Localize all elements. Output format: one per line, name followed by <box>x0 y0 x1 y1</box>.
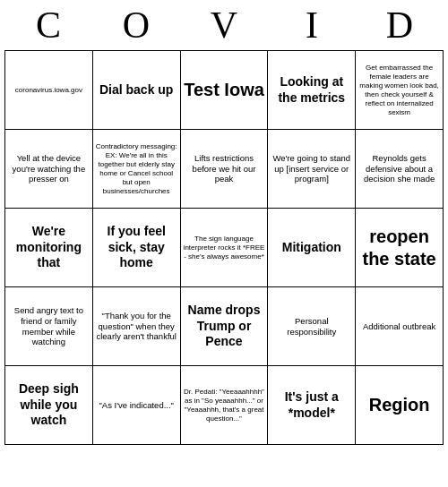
cell-2-3[interactable]: Mitigation <box>268 209 356 287</box>
cell-1-4[interactable]: Reynolds gets defensive about a decision… <box>356 130 444 209</box>
cell-3-1[interactable]: "Thank you for the question" when they c… <box>93 287 181 366</box>
cell-4-1[interactable]: "As I've indicated..." <box>93 366 181 445</box>
bingo-grid: coronavirus.iowa.govDial back upTest Iow… <box>4 50 444 445</box>
bingo-title: COVID <box>4 0 444 50</box>
cell-4-0[interactable]: Deep sigh while you watch <box>5 366 93 445</box>
title-letter-V: V <box>184 4 264 47</box>
title-letter-D: D <box>359 4 440 47</box>
cell-3-3[interactable]: Personal responsibility <box>268 287 356 366</box>
cell-0-1[interactable]: Dial back up <box>93 51 181 130</box>
cell-1-2[interactable]: Lifts restrictions before we hit our pea… <box>181 130 269 209</box>
cell-1-3[interactable]: We're going to stand up [insert service … <box>268 130 356 209</box>
cell-3-4[interactable]: Additional outbreak <box>356 287 444 366</box>
cell-0-2[interactable]: Test Iowa <box>181 51 269 130</box>
title-letter-I: I <box>271 4 352 47</box>
cell-4-3[interactable]: It's just a *model* <box>268 366 356 445</box>
cell-2-4[interactable]: reopen the state <box>356 209 444 287</box>
cell-2-1[interactable]: If you feel sick, stay home <box>93 209 181 287</box>
cell-0-3[interactable]: Looking at the metrics <box>268 51 356 130</box>
cell-4-4[interactable]: Region <box>356 366 444 445</box>
cell-1-0[interactable]: Yell at the device you're watching the p… <box>5 130 93 209</box>
cell-0-0[interactable]: coronavirus.iowa.gov <box>5 51 93 130</box>
cell-1-1[interactable]: Contradictory messaging: EX: We're all i… <box>93 130 181 209</box>
cell-3-2[interactable]: Name drops Trump or Pence <box>181 287 269 366</box>
bingo-card: COVID coronavirus.iowa.govDial back upTe… <box>4 0 444 445</box>
title-letter-O: O <box>96 4 177 47</box>
cell-3-0[interactable]: Send angry text to friend or family memb… <box>5 287 93 366</box>
cell-2-2[interactable]: The sign language interpreter rocks it *… <box>181 209 269 287</box>
cell-0-4[interactable]: Get embarrassed the female leaders are m… <box>356 51 444 130</box>
title-letter-C: C <box>8 4 89 47</box>
cell-2-0[interactable]: We're monitoring that <box>5 209 93 287</box>
cell-4-2[interactable]: Dr. Pedati: "Yeeaaahhhh" as in "So yeaaa… <box>181 366 269 445</box>
